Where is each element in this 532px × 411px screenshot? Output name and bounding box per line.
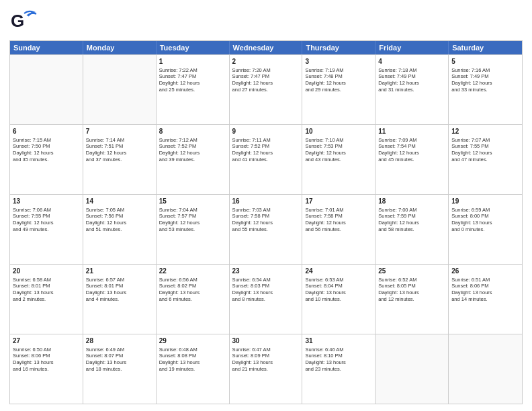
header-day-tuesday: Tuesday: [157, 41, 230, 54]
day-details: Sunrise: 6:48 AMSunset: 8:08 PMDaylight:…: [159, 347, 226, 373]
day-details: Sunrise: 7:20 AMSunset: 7:47 PMDaylight:…: [232, 67, 300, 94]
day-details: Sunrise: 7:10 AMSunset: 7:53 PMDaylight:…: [305, 137, 372, 164]
calendar-cell: 31Sunrise: 6:46 AMSunset: 8:10 PMDayligh…: [302, 334, 375, 404]
day-number: 31: [305, 336, 372, 346]
calendar-cell: [449, 334, 522, 404]
day-number: 13: [13, 197, 80, 206]
day-details: Sunrise: 7:09 AMSunset: 7:54 PMDaylight:…: [378, 137, 445, 164]
day-details: Sunrise: 6:54 AMSunset: 8:03 PMDaylight:…: [232, 277, 300, 304]
day-number: 20: [13, 267, 80, 276]
day-details: Sunrise: 6:56 AMSunset: 8:02 PMDaylight:…: [159, 277, 226, 304]
day-number: 7: [86, 127, 153, 136]
day-details: Sunrise: 7:06 AMSunset: 7:55 PMDaylight:…: [13, 207, 80, 234]
day-number: 24: [305, 267, 372, 276]
day-number: 8: [159, 127, 226, 136]
day-details: Sunrise: 6:46 AMSunset: 8:10 PMDaylight:…: [305, 347, 372, 373]
calendar-cell: 29Sunrise: 6:48 AMSunset: 8:08 PMDayligh…: [157, 334, 230, 404]
day-details: Sunrise: 7:11 AMSunset: 7:52 PMDaylight:…: [232, 137, 300, 164]
day-details: Sunrise: 6:50 AMSunset: 8:06 PMDaylight:…: [13, 347, 80, 373]
day-number: 18: [378, 197, 445, 206]
logo: G: [9, 7, 42, 36]
page: G SundayMondayTuesdayWednesdayThursdayFr…: [0, 0, 532, 411]
day-details: Sunrise: 7:04 AMSunset: 7:57 PMDaylight:…: [159, 207, 226, 234]
calendar-cell: 15Sunrise: 7:04 AMSunset: 7:57 PMDayligh…: [157, 195, 230, 264]
calendar-cell: 21Sunrise: 6:57 AMSunset: 8:01 PMDayligh…: [83, 265, 157, 334]
calendar-cell: [83, 55, 157, 124]
day-details: Sunrise: 7:14 AMSunset: 7:51 PMDaylight:…: [86, 137, 153, 164]
calendar-cell: 16Sunrise: 7:03 AMSunset: 7:58 PMDayligh…: [230, 195, 303, 264]
calendar-cell: 23Sunrise: 6:54 AMSunset: 8:03 PMDayligh…: [230, 265, 303, 334]
day-details: Sunrise: 6:57 AMSunset: 8:01 PMDaylight:…: [86, 277, 153, 304]
calendar-cell: 19Sunrise: 6:59 AMSunset: 8:00 PMDayligh…: [449, 195, 522, 264]
day-number: 14: [86, 197, 153, 206]
day-details: Sunrise: 6:53 AMSunset: 8:04 PMDaylight:…: [305, 277, 372, 304]
day-number: 12: [451, 127, 519, 136]
day-number: 3: [305, 57, 372, 66]
calendar-cell: 7Sunrise: 7:14 AMSunset: 7:51 PMDaylight…: [83, 125, 157, 194]
day-details: Sunrise: 7:05 AMSunset: 7:56 PMDaylight:…: [86, 207, 153, 234]
logo-icon: G: [9, 7, 39, 36]
day-number: 4: [378, 57, 445, 66]
calendar-cell: 30Sunrise: 6:47 AMSunset: 8:09 PMDayligh…: [230, 334, 303, 404]
calendar-cell: [10, 55, 83, 124]
day-details: Sunrise: 6:58 AMSunset: 8:01 PMDaylight:…: [13, 277, 80, 304]
calendar-cell: 6Sunrise: 7:15 AMSunset: 7:50 PMDaylight…: [10, 125, 83, 194]
header-day-saturday: Saturday: [449, 41, 522, 54]
day-number: 15: [159, 197, 226, 206]
calendar: SundayMondayTuesdayWednesdayThursdayFrid…: [9, 40, 523, 404]
day-number: 9: [232, 127, 300, 136]
calendar-cell: 4Sunrise: 7:18 AMSunset: 7:49 PMDaylight…: [375, 55, 449, 124]
day-number: 11: [378, 127, 445, 136]
calendar-cell: 22Sunrise: 6:56 AMSunset: 8:02 PMDayligh…: [157, 265, 230, 334]
calendar-cell: 24Sunrise: 6:53 AMSunset: 8:04 PMDayligh…: [302, 265, 375, 334]
calendar-body: 1Sunrise: 7:22 AMSunset: 7:47 PMDaylight…: [10, 54, 522, 404]
day-details: Sunrise: 7:12 AMSunset: 7:52 PMDaylight:…: [159, 137, 226, 164]
day-number: 29: [159, 336, 226, 346]
calendar-row-3: 20Sunrise: 6:58 AMSunset: 8:01 PMDayligh…: [10, 264, 522, 334]
calendar-cell: 8Sunrise: 7:12 AMSunset: 7:52 PMDaylight…: [157, 125, 230, 194]
header-day-sunday: Sunday: [10, 41, 83, 54]
day-number: 6: [13, 127, 80, 136]
day-number: 19: [451, 197, 519, 206]
calendar-cell: 18Sunrise: 7:00 AMSunset: 7:59 PMDayligh…: [375, 195, 449, 264]
day-number: 5: [451, 57, 519, 66]
day-details: Sunrise: 7:22 AMSunset: 7:47 PMDaylight:…: [159, 67, 226, 94]
calendar-cell: 14Sunrise: 7:05 AMSunset: 7:56 PMDayligh…: [83, 195, 157, 264]
calendar-cell: 26Sunrise: 6:51 AMSunset: 8:06 PMDayligh…: [449, 265, 522, 334]
day-number: 16: [232, 197, 300, 206]
calendar-row-0: 1Sunrise: 7:22 AMSunset: 7:47 PMDaylight…: [10, 54, 522, 124]
day-number: 10: [305, 127, 372, 136]
calendar-cell: 3Sunrise: 7:19 AMSunset: 7:48 PMDaylight…: [302, 55, 375, 124]
day-details: Sunrise: 7:15 AMSunset: 7:50 PMDaylight:…: [13, 137, 80, 164]
svg-text:G: G: [11, 11, 24, 31]
header-day-monday: Monday: [83, 41, 157, 54]
day-number: 26: [451, 267, 519, 276]
calendar-cell: 5Sunrise: 7:16 AMSunset: 7:49 PMDaylight…: [449, 55, 522, 124]
day-details: Sunrise: 7:18 AMSunset: 7:49 PMDaylight:…: [378, 67, 445, 94]
day-number: 2: [232, 57, 300, 66]
calendar-cell: 25Sunrise: 6:52 AMSunset: 8:05 PMDayligh…: [375, 265, 449, 334]
calendar-cell: 9Sunrise: 7:11 AMSunset: 7:52 PMDaylight…: [230, 125, 303, 194]
header: G: [9, 7, 523, 36]
day-number: 1: [159, 57, 226, 66]
header-day-friday: Friday: [375, 41, 449, 54]
header-day-wednesday: Wednesday: [230, 41, 303, 54]
calendar-row-2: 13Sunrise: 7:06 AMSunset: 7:55 PMDayligh…: [10, 194, 522, 264]
calendar-cell: 20Sunrise: 6:58 AMSunset: 8:01 PMDayligh…: [10, 265, 83, 334]
calendar-cell: 11Sunrise: 7:09 AMSunset: 7:54 PMDayligh…: [375, 125, 449, 194]
day-number: 28: [86, 336, 153, 346]
calendar-cell: 28Sunrise: 6:49 AMSunset: 8:07 PMDayligh…: [83, 334, 157, 404]
header-day-thursday: Thursday: [302, 41, 375, 54]
day-number: 17: [305, 197, 372, 206]
day-details: Sunrise: 7:19 AMSunset: 7:48 PMDaylight:…: [305, 67, 372, 94]
day-details: Sunrise: 6:49 AMSunset: 8:07 PMDaylight:…: [86, 347, 153, 373]
day-number: 21: [86, 267, 153, 276]
calendar-cell: 27Sunrise: 6:50 AMSunset: 8:06 PMDayligh…: [10, 334, 83, 404]
day-details: Sunrise: 6:47 AMSunset: 8:09 PMDaylight:…: [232, 347, 300, 373]
day-details: Sunrise: 6:59 AMSunset: 8:00 PMDaylight:…: [451, 207, 519, 234]
calendar-cell: 13Sunrise: 7:06 AMSunset: 7:55 PMDayligh…: [10, 195, 83, 264]
day-number: 27: [13, 336, 80, 346]
calendar-cell: 1Sunrise: 7:22 AMSunset: 7:47 PMDaylight…: [157, 55, 230, 124]
day-details: Sunrise: 7:01 AMSunset: 7:58 PMDaylight:…: [305, 207, 372, 234]
day-details: Sunrise: 7:00 AMSunset: 7:59 PMDaylight:…: [378, 207, 445, 234]
